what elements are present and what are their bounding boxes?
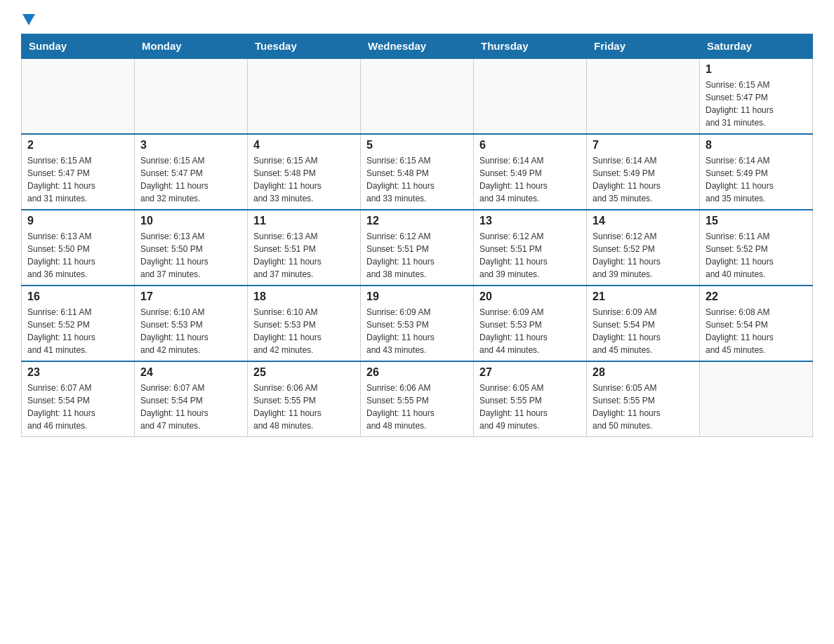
calendar-cell bbox=[22, 58, 135, 134]
calendar-cell bbox=[700, 361, 813, 437]
calendar-cell bbox=[248, 58, 361, 134]
week-row-4: 16Sunrise: 6:11 AMSunset: 5:52 PMDayligh… bbox=[22, 286, 813, 361]
day-number: 22 bbox=[706, 290, 807, 303]
day-number: 27 bbox=[479, 366, 581, 379]
calendar-cell bbox=[587, 58, 700, 134]
day-info: Sunrise: 6:13 AMSunset: 5:50 PMDaylight:… bbox=[140, 230, 241, 281]
day-number: 3 bbox=[140, 139, 241, 152]
day-info: Sunrise: 6:09 AMSunset: 5:53 PMDaylight:… bbox=[479, 306, 581, 356]
calendar-cell: 28Sunrise: 6:05 AMSunset: 5:55 PMDayligh… bbox=[587, 361, 700, 437]
day-info: Sunrise: 6:15 AMSunset: 5:48 PMDaylight:… bbox=[366, 154, 468, 205]
calendar-cell: 26Sunrise: 6:06 AMSunset: 5:55 PMDayligh… bbox=[361, 361, 474, 437]
day-number: 26 bbox=[366, 366, 468, 379]
calendar-cell bbox=[135, 58, 248, 134]
calendar-table: SundayMondayTuesdayWednesdayThursdayFrid… bbox=[21, 34, 813, 437]
calendar-cell: 22Sunrise: 6:08 AMSunset: 5:54 PMDayligh… bbox=[700, 286, 813, 361]
calendar-cell: 27Sunrise: 6:05 AMSunset: 5:55 PMDayligh… bbox=[474, 361, 587, 437]
day-info: Sunrise: 6:09 AMSunset: 5:53 PMDaylight:… bbox=[366, 306, 468, 356]
day-number: 5 bbox=[366, 139, 468, 152]
week-row-2: 2Sunrise: 6:15 AMSunset: 5:47 PMDaylight… bbox=[22, 134, 813, 210]
calendar-cell: 9Sunrise: 6:13 AMSunset: 5:50 PMDaylight… bbox=[22, 210, 135, 286]
day-info: Sunrise: 6:11 AMSunset: 5:52 PMDaylight:… bbox=[706, 230, 807, 281]
day-number: 2 bbox=[27, 139, 128, 152]
day-info: Sunrise: 6:14 AMSunset: 5:49 PMDaylight:… bbox=[593, 154, 694, 205]
day-number: 12 bbox=[366, 215, 468, 227]
day-number: 19 bbox=[366, 290, 468, 303]
calendar-cell: 7Sunrise: 6:14 AMSunset: 5:49 PMDaylight… bbox=[587, 134, 700, 210]
day-info: Sunrise: 6:07 AMSunset: 5:54 PMDaylight:… bbox=[140, 382, 241, 432]
day-info: Sunrise: 6:15 AMSunset: 5:48 PMDaylight:… bbox=[253, 154, 355, 205]
day-info: Sunrise: 6:12 AMSunset: 5:51 PMDaylight:… bbox=[366, 230, 468, 281]
day-number: 21 bbox=[593, 290, 694, 303]
calendar-cell: 4Sunrise: 6:15 AMSunset: 5:48 PMDaylight… bbox=[248, 134, 361, 210]
day-number: 11 bbox=[253, 215, 355, 227]
weekday-header-sunday: Sunday bbox=[22, 34, 135, 59]
calendar-cell: 8Sunrise: 6:14 AMSunset: 5:49 PMDaylight… bbox=[700, 134, 813, 210]
day-info: Sunrise: 6:05 AMSunset: 5:55 PMDaylight:… bbox=[479, 382, 581, 432]
day-number: 13 bbox=[479, 215, 581, 227]
calendar-cell: 1Sunrise: 6:15 AMSunset: 5:47 PMDaylight… bbox=[700, 58, 813, 134]
day-info: Sunrise: 6:10 AMSunset: 5:53 PMDaylight:… bbox=[253, 306, 355, 356]
calendar-cell bbox=[361, 58, 474, 134]
day-number: 18 bbox=[253, 290, 355, 303]
page-header bbox=[21, 14, 813, 27]
calendar-cell: 19Sunrise: 6:09 AMSunset: 5:53 PMDayligh… bbox=[361, 286, 474, 361]
day-number: 23 bbox=[27, 366, 128, 379]
calendar-cell: 21Sunrise: 6:09 AMSunset: 5:54 PMDayligh… bbox=[587, 286, 700, 361]
calendar-cell: 17Sunrise: 6:10 AMSunset: 5:53 PMDayligh… bbox=[135, 286, 248, 361]
calendar-cell: 5Sunrise: 6:15 AMSunset: 5:48 PMDaylight… bbox=[361, 134, 474, 210]
weekday-header-tuesday: Tuesday bbox=[248, 34, 361, 59]
day-info: Sunrise: 6:15 AMSunset: 5:47 PMDaylight:… bbox=[27, 154, 128, 205]
day-info: Sunrise: 6:09 AMSunset: 5:54 PMDaylight:… bbox=[593, 306, 694, 356]
day-number: 9 bbox=[27, 215, 128, 227]
day-info: Sunrise: 6:11 AMSunset: 5:52 PMDaylight:… bbox=[27, 306, 128, 356]
day-info: Sunrise: 6:07 AMSunset: 5:54 PMDaylight:… bbox=[27, 382, 128, 432]
calendar-cell: 6Sunrise: 6:14 AMSunset: 5:49 PMDaylight… bbox=[474, 134, 587, 210]
day-number: 28 bbox=[593, 366, 694, 379]
day-number: 8 bbox=[706, 139, 807, 152]
day-info: Sunrise: 6:06 AMSunset: 5:55 PMDaylight:… bbox=[366, 382, 468, 432]
calendar-cell: 13Sunrise: 6:12 AMSunset: 5:51 PMDayligh… bbox=[474, 210, 587, 286]
calendar-cell: 24Sunrise: 6:07 AMSunset: 5:54 PMDayligh… bbox=[135, 361, 248, 437]
day-number: 14 bbox=[593, 215, 694, 227]
calendar-cell: 2Sunrise: 6:15 AMSunset: 5:47 PMDaylight… bbox=[22, 134, 135, 210]
day-info: Sunrise: 6:14 AMSunset: 5:49 PMDaylight:… bbox=[479, 154, 581, 205]
calendar-cell: 3Sunrise: 6:15 AMSunset: 5:47 PMDaylight… bbox=[135, 134, 248, 210]
calendar-cell: 10Sunrise: 6:13 AMSunset: 5:50 PMDayligh… bbox=[135, 210, 248, 286]
weekday-header-saturday: Saturday bbox=[700, 34, 813, 59]
day-info: Sunrise: 6:12 AMSunset: 5:51 PMDaylight:… bbox=[479, 230, 581, 281]
day-number: 25 bbox=[253, 366, 355, 379]
weekday-header-monday: Monday bbox=[135, 34, 248, 59]
weekday-header-thursday: Thursday bbox=[474, 34, 587, 59]
day-info: Sunrise: 6:06 AMSunset: 5:55 PMDaylight:… bbox=[253, 382, 355, 432]
day-number: 7 bbox=[593, 139, 694, 152]
calendar-cell: 12Sunrise: 6:12 AMSunset: 5:51 PMDayligh… bbox=[361, 210, 474, 286]
day-number: 4 bbox=[253, 139, 355, 152]
weekday-header-friday: Friday bbox=[587, 34, 700, 59]
logo-triangle-icon bbox=[22, 14, 35, 27]
weekday-header-wednesday: Wednesday bbox=[361, 34, 474, 59]
week-row-5: 23Sunrise: 6:07 AMSunset: 5:54 PMDayligh… bbox=[22, 361, 813, 437]
day-info: Sunrise: 6:13 AMSunset: 5:50 PMDaylight:… bbox=[27, 230, 128, 281]
week-row-3: 9Sunrise: 6:13 AMSunset: 5:50 PMDaylight… bbox=[22, 210, 813, 286]
day-number: 16 bbox=[27, 290, 128, 303]
weekday-header-row: SundayMondayTuesdayWednesdayThursdayFrid… bbox=[22, 34, 813, 59]
svg-marker-0 bbox=[22, 14, 35, 25]
calendar-cell: 25Sunrise: 6:06 AMSunset: 5:55 PMDayligh… bbox=[248, 361, 361, 437]
calendar-cell: 14Sunrise: 6:12 AMSunset: 5:52 PMDayligh… bbox=[587, 210, 700, 286]
day-info: Sunrise: 6:10 AMSunset: 5:53 PMDaylight:… bbox=[140, 306, 241, 356]
calendar-cell bbox=[474, 58, 587, 134]
day-number: 24 bbox=[140, 366, 241, 379]
day-number: 20 bbox=[479, 290, 581, 303]
day-number: 6 bbox=[479, 139, 581, 152]
logo bbox=[21, 14, 35, 27]
day-info: Sunrise: 6:14 AMSunset: 5:49 PMDaylight:… bbox=[706, 154, 807, 205]
day-number: 1 bbox=[706, 63, 807, 76]
week-row-1: 1Sunrise: 6:15 AMSunset: 5:47 PMDaylight… bbox=[22, 58, 813, 134]
calendar-cell: 20Sunrise: 6:09 AMSunset: 5:53 PMDayligh… bbox=[474, 286, 587, 361]
day-info: Sunrise: 6:08 AMSunset: 5:54 PMDaylight:… bbox=[706, 306, 807, 356]
calendar-cell: 18Sunrise: 6:10 AMSunset: 5:53 PMDayligh… bbox=[248, 286, 361, 361]
day-info: Sunrise: 6:13 AMSunset: 5:51 PMDaylight:… bbox=[253, 230, 355, 281]
day-number: 10 bbox=[140, 215, 241, 227]
day-number: 17 bbox=[140, 290, 241, 303]
